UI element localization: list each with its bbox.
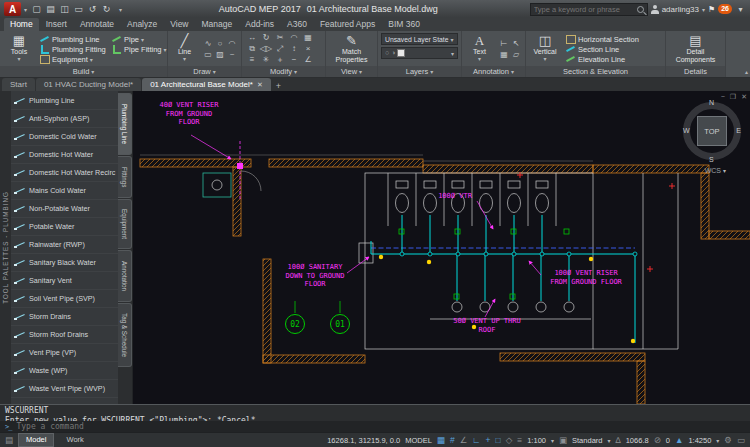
viewcube[interactable]: TOP W E S N [680,99,744,163]
palette-item[interactable]: Plumbing Line [11,92,118,110]
ribbon-tab-addins[interactable]: Add-ins [239,18,280,31]
viewport-scale-button[interactable]: 1:100 [527,436,546,445]
text-button[interactable]: A Text ▾ [465,33,494,64]
palette-item[interactable]: Vent Pipe (VP) [11,344,118,362]
palette-item[interactable]: Anti-Syphon (ASP) [11,110,118,128]
polar-tracking-icon[interactable]: + [486,434,491,446]
offset-icon[interactable]: ≡ [250,55,255,64]
palette-item[interactable]: Domestic Hot Water [11,146,118,164]
tools-button[interactable]: ▦ Tools ▾ [3,33,35,64]
palette-tab-tag-schedule[interactable]: Tag & Schedule [118,303,132,367]
equipment-button[interactable]: Equipment▾ [39,54,107,64]
palette-item[interactable]: Waste Vent Pipe (WVP) [11,380,118,398]
line-button[interactable]: ╱ Line ▾ [171,33,198,64]
redo-icon[interactable]: ↻ [100,3,113,16]
notification-badge[interactable]: 26 [718,4,732,14]
trim-icon[interactable]: ✂ [277,33,284,42]
plot-icon[interactable]: ▭ [72,3,85,16]
palette-tab-equipment[interactable]: Equipment [118,199,132,249]
annotation-scale-icon[interactable]: ▲ [675,434,683,446]
grid-icon[interactable]: ▦ [437,434,445,446]
palette-item[interactable]: Storm Drains [11,308,118,326]
ribbon-tab-view[interactable]: View [164,18,194,31]
modify-panel-title[interactable]: Modify▾ [242,66,325,77]
new-file-icon[interactable]: ▢ [30,3,43,16]
arc-icon[interactable]: ◠ [229,39,236,48]
file-tab-hvac[interactable]: 01 HVAC Ducting Model* [36,78,141,91]
object-track-icon[interactable]: ◇ [506,434,513,446]
copy-icon[interactable]: ⧉ [249,44,255,54]
app-menu-caret-icon[interactable]: ▾ [24,6,27,13]
ribbon-tab-bim360[interactable]: BIM 360 [382,18,426,31]
search-input[interactable] [534,5,634,14]
erase-icon[interactable]: × [306,44,311,53]
osnap-icon[interactable]: □ [496,434,501,446]
palette-item[interactable]: Sanitary Black Water [11,254,118,272]
move-icon[interactable]: ↔ [248,33,256,42]
palette-item[interactable]: Sanitary Vent [11,272,118,290]
wcs-dropdown[interactable]: WCS ▾ [705,167,726,174]
elevation-icon[interactable]: ∆ [616,434,621,446]
palette-item[interactable]: Potable Water [11,218,118,236]
close-tab-icon[interactable]: ✕ [257,79,263,90]
ortho-icon[interactable]: ∟ [472,434,480,446]
polyline-icon[interactable]: ∿ [205,39,212,48]
model-tab[interactable]: Model [18,433,54,447]
cut-plane-value[interactable]: 0 [666,436,670,445]
command-input[interactable] [16,422,745,431]
visual-style-icon[interactable]: ▣ [559,434,567,446]
measure-icon[interactable]: ∠ [304,55,311,64]
rectangle-icon[interactable]: ▭ [204,50,212,59]
annotation-scale-caret-icon[interactable]: ▾ [716,437,719,444]
mirror-icon[interactable]: ◁▷ [260,44,272,53]
signin-user[interactable]: adarling33 ▾ [651,5,705,14]
palette-item[interactable]: Non-Potable Water [11,200,118,218]
ribbon-tab-a360[interactable]: A360 [281,18,313,31]
scale-icon[interactable]: ⤢ [277,44,283,54]
viewcube-west-label[interactable]: W [683,127,690,134]
annotation-scale-button[interactable]: 1:4250 [688,436,711,445]
array-icon[interactable]: ▦ [304,33,312,42]
ribbon-tab-featured-apps[interactable]: Featured Apps [314,18,381,31]
match-properties-button[interactable]: ✎ Match Properties [329,33,374,64]
spline-icon[interactable]: ~ [230,50,235,59]
annotation-panel-title[interactable]: Annotation▾ [462,66,525,77]
notification-flag-icon[interactable]: ⚑ [708,5,715,14]
detail-components-button[interactable]: ▤ Detail Components [670,33,722,64]
infer-constraints-icon[interactable]: ∠ [460,434,468,446]
file-tab-architectural[interactable]: 01 Architectural Base Model*✕ [142,78,271,91]
ribbon-collapse-icon[interactable]: ▴ [745,68,748,75]
command-input-row[interactable]: >_ [0,421,750,432]
palette-tab-fittings[interactable]: Fittings [118,156,132,198]
palette-item[interactable]: Domestic Hot Water Recirc [11,164,118,182]
app-menu-button[interactable]: A [4,2,21,16]
palette-item[interactable]: Rainwater (RWP) [11,236,118,254]
save-icon[interactable]: ◫ [58,3,71,16]
standard-caret-icon[interactable]: ▾ [607,437,610,444]
qat-customize-caret-icon[interactable]: ▾ [114,3,127,16]
viewcube-south-label[interactable]: S [709,156,714,163]
viewcube-top-face[interactable]: TOP [697,116,727,146]
work-layout-tab[interactable]: Work [59,434,90,446]
open-file-icon[interactable]: ▤ [44,3,57,16]
command-line-window[interactable]: WSCURRENT Enter new value for WSCURRENT … [0,404,750,432]
circle-icon[interactable]: ○ [218,39,223,48]
layers-panel-title[interactable]: Layers▾ [378,66,461,77]
palette-item[interactable]: Mains Cold Water [11,182,118,200]
details-panel-title[interactable]: Details [666,66,725,77]
rotate-icon[interactable]: ↻ [263,33,270,42]
drawing-canvas[interactable]: 40Ø VENT RISER FROM GROUND FLOOR 100Ø VT… [133,91,750,404]
layer-dropdown[interactable]: ○ ◑ ▾ [381,47,458,59]
elevation-line-button[interactable]: Elevation Line [565,54,662,64]
vertical-section-button[interactable]: ◫ Vertical ▾ [529,33,561,64]
palette-item[interactable]: Waste (WP) [11,362,118,380]
draw-panel-title[interactable]: Draw▾ [168,66,241,77]
pipe-fitting-button[interactable]: Pipe Fitting▾ [111,44,163,54]
ribbon-tab-home[interactable]: Home [4,18,39,31]
palette-tab-annotation[interactable]: Annotation [118,250,132,302]
palette-title-bar[interactable]: TOOL PALETTES - PLUMBING [0,91,11,404]
undo-icon[interactable]: ↺ [86,3,99,16]
section-panel-title[interactable]: Section & Elevation [526,66,665,77]
palette-item[interactable]: Soil Vent Pipe (SVP) [11,290,118,308]
leader-icon[interactable]: ↖ [513,39,520,48]
